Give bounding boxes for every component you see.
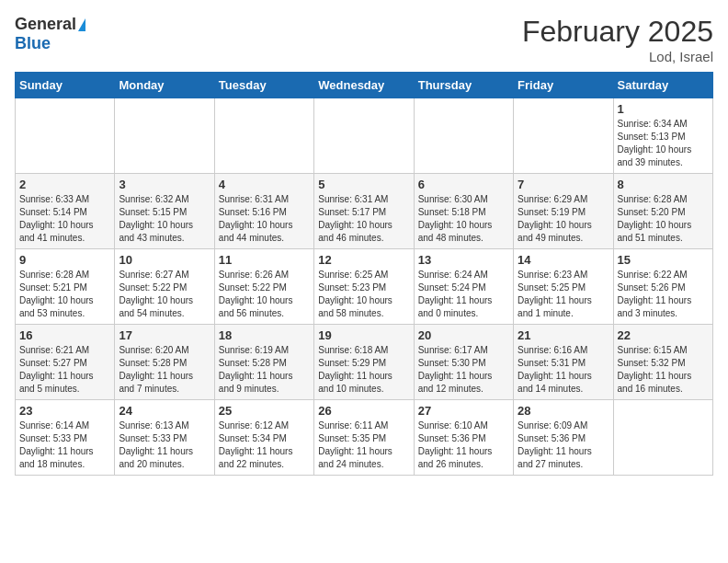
calendar-cell	[514, 98, 613, 174]
calendar-cell: 23Sunrise: 6:14 AM Sunset: 5:33 PM Dayli…	[16, 400, 115, 476]
day-info: Sunrise: 6:25 AM Sunset: 5:23 PM Dayligh…	[318, 269, 409, 320]
day-number: 7	[518, 178, 609, 191]
day-number: 20	[418, 328, 509, 342]
day-info: Sunrise: 6:10 AM Sunset: 5:36 PM Dayligh…	[418, 419, 509, 471]
calendar-week-row: 9Sunrise: 6:28 AM Sunset: 5:21 PM Daylig…	[16, 249, 713, 325]
day-info: Sunrise: 6:34 AM Sunset: 5:13 PM Dayligh…	[618, 118, 709, 169]
day-info: Sunrise: 6:19 AM Sunset: 5:28 PM Dayligh…	[219, 344, 310, 396]
location: Lod, Israel	[522, 49, 713, 64]
day-number: 1	[618, 102, 709, 116]
day-number: 13	[418, 253, 509, 267]
calendar-cell: 2Sunrise: 6:33 AM Sunset: 5:14 PM Daylig…	[16, 174, 115, 249]
day-info: Sunrise: 6:33 AM Sunset: 5:14 PM Dayligh…	[19, 193, 110, 245]
weekday-header: Sunday	[16, 73, 115, 98]
day-number: 2	[19, 178, 110, 191]
logo-general: General	[15, 15, 76, 34]
calendar-cell: 12Sunrise: 6:25 AM Sunset: 5:23 PM Dayli…	[314, 249, 414, 325]
day-number: 16	[19, 328, 110, 342]
day-info: Sunrise: 6:18 AM Sunset: 5:29 PM Dayligh…	[318, 344, 409, 396]
day-info: Sunrise: 6:31 AM Sunset: 5:17 PM Dayligh…	[318, 193, 409, 245]
weekday-header: Monday	[115, 73, 214, 98]
calendar-cell: 16Sunrise: 6:21 AM Sunset: 5:27 PM Dayli…	[16, 325, 115, 400]
month-title: February 2025	[522, 15, 713, 49]
calendar-cell	[314, 98, 414, 174]
day-number: 14	[518, 253, 609, 267]
logo: General Blue	[15, 15, 85, 53]
day-number: 17	[119, 328, 210, 342]
day-info: Sunrise: 6:32 AM Sunset: 5:15 PM Dayligh…	[119, 193, 210, 245]
weekday-header-row: SundayMondayTuesdayWednesdayThursdayFrid…	[16, 73, 713, 98]
logo-icon	[78, 18, 85, 31]
day-number: 4	[219, 178, 310, 191]
day-info: Sunrise: 6:31 AM Sunset: 5:16 PM Dayligh…	[219, 193, 310, 245]
day-number: 11	[219, 253, 310, 267]
day-info: Sunrise: 6:13 AM Sunset: 5:33 PM Dayligh…	[119, 419, 210, 471]
logo-blue: Blue	[15, 34, 51, 53]
calendar-cell	[16, 98, 115, 174]
calendar-cell: 4Sunrise: 6:31 AM Sunset: 5:16 PM Daylig…	[214, 174, 313, 249]
calendar-cell: 5Sunrise: 6:31 AM Sunset: 5:17 PM Daylig…	[314, 174, 414, 249]
day-number: 15	[618, 253, 709, 267]
calendar-cell: 15Sunrise: 6:22 AM Sunset: 5:26 PM Dayli…	[613, 249, 712, 325]
calendar-cell: 28Sunrise: 6:09 AM Sunset: 5:36 PM Dayli…	[514, 400, 613, 476]
calendar-cell: 1Sunrise: 6:34 AM Sunset: 5:13 PM Daylig…	[613, 98, 712, 174]
day-info: Sunrise: 6:29 AM Sunset: 5:19 PM Dayligh…	[518, 193, 609, 245]
calendar-week-row: 23Sunrise: 6:14 AM Sunset: 5:33 PM Dayli…	[16, 400, 713, 476]
day-info: Sunrise: 6:16 AM Sunset: 5:31 PM Dayligh…	[518, 344, 609, 396]
day-info: Sunrise: 6:17 AM Sunset: 5:30 PM Dayligh…	[418, 344, 509, 396]
weekday-header: Thursday	[414, 73, 513, 98]
calendar-cell: 24Sunrise: 6:13 AM Sunset: 5:33 PM Dayli…	[115, 400, 214, 476]
day-number: 24	[119, 404, 210, 418]
calendar-cell: 8Sunrise: 6:28 AM Sunset: 5:20 PM Daylig…	[613, 174, 712, 249]
day-info: Sunrise: 6:15 AM Sunset: 5:32 PM Dayligh…	[618, 344, 709, 396]
day-number: 3	[119, 178, 210, 191]
day-number: 19	[318, 328, 409, 342]
calendar-cell: 11Sunrise: 6:26 AM Sunset: 5:22 PM Dayli…	[214, 249, 313, 325]
day-number: 22	[618, 328, 709, 342]
day-number: 6	[418, 178, 509, 191]
day-number: 28	[518, 404, 609, 418]
weekday-header: Saturday	[613, 73, 712, 98]
calendar-cell: 6Sunrise: 6:30 AM Sunset: 5:18 PM Daylig…	[414, 174, 513, 249]
day-info: Sunrise: 6:21 AM Sunset: 5:27 PM Dayligh…	[19, 344, 110, 396]
calendar-cell: 26Sunrise: 6:11 AM Sunset: 5:35 PM Dayli…	[314, 400, 414, 476]
calendar-cell: 10Sunrise: 6:27 AM Sunset: 5:22 PM Dayli…	[115, 249, 214, 325]
day-number: 18	[219, 328, 310, 342]
page-header: General Blue February 2025 Lod, Israel	[15, 15, 713, 64]
day-info: Sunrise: 6:26 AM Sunset: 5:22 PM Dayligh…	[219, 269, 310, 320]
calendar-cell: 17Sunrise: 6:20 AM Sunset: 5:28 PM Dayli…	[115, 325, 214, 400]
calendar-cell: 7Sunrise: 6:29 AM Sunset: 5:19 PM Daylig…	[514, 174, 613, 249]
calendar-cell: 13Sunrise: 6:24 AM Sunset: 5:24 PM Dayli…	[414, 249, 513, 325]
day-number: 21	[518, 328, 609, 342]
day-number: 23	[19, 404, 110, 418]
day-info: Sunrise: 6:12 AM Sunset: 5:34 PM Dayligh…	[219, 419, 310, 471]
day-info: Sunrise: 6:09 AM Sunset: 5:36 PM Dayligh…	[518, 419, 609, 471]
day-info: Sunrise: 6:23 AM Sunset: 5:25 PM Dayligh…	[518, 269, 609, 320]
day-info: Sunrise: 6:28 AM Sunset: 5:20 PM Dayligh…	[618, 193, 709, 245]
weekday-header: Friday	[514, 73, 613, 98]
calendar-cell: 14Sunrise: 6:23 AM Sunset: 5:25 PM Dayli…	[514, 249, 613, 325]
calendar-cell: 19Sunrise: 6:18 AM Sunset: 5:29 PM Dayli…	[314, 325, 414, 400]
calendar-cell: 21Sunrise: 6:16 AM Sunset: 5:31 PM Dayli…	[514, 325, 613, 400]
calendar-cell: 3Sunrise: 6:32 AM Sunset: 5:15 PM Daylig…	[115, 174, 214, 249]
day-info: Sunrise: 6:22 AM Sunset: 5:26 PM Dayligh…	[618, 269, 709, 320]
title-section: February 2025 Lod, Israel	[522, 15, 713, 64]
day-info: Sunrise: 6:27 AM Sunset: 5:22 PM Dayligh…	[119, 269, 210, 320]
day-number: 10	[119, 253, 210, 267]
day-number: 26	[318, 404, 409, 418]
day-info: Sunrise: 6:24 AM Sunset: 5:24 PM Dayligh…	[418, 269, 509, 320]
day-number: 8	[618, 178, 709, 191]
calendar-cell	[414, 98, 513, 174]
calendar-cell: 20Sunrise: 6:17 AM Sunset: 5:30 PM Dayli…	[414, 325, 513, 400]
weekday-header: Wednesday	[314, 73, 414, 98]
calendar-cell	[214, 98, 313, 174]
day-number: 9	[19, 253, 110, 267]
calendar-cell	[115, 98, 214, 174]
calendar-table: SundayMondayTuesdayWednesdayThursdayFrid…	[15, 72, 713, 476]
calendar-cell: 27Sunrise: 6:10 AM Sunset: 5:36 PM Dayli…	[414, 400, 513, 476]
calendar-cell: 22Sunrise: 6:15 AM Sunset: 5:32 PM Dayli…	[613, 325, 712, 400]
day-info: Sunrise: 6:14 AM Sunset: 5:33 PM Dayligh…	[19, 419, 110, 471]
day-number: 5	[318, 178, 409, 191]
day-info: Sunrise: 6:20 AM Sunset: 5:28 PM Dayligh…	[119, 344, 210, 396]
day-info: Sunrise: 6:28 AM Sunset: 5:21 PM Dayligh…	[19, 269, 110, 320]
